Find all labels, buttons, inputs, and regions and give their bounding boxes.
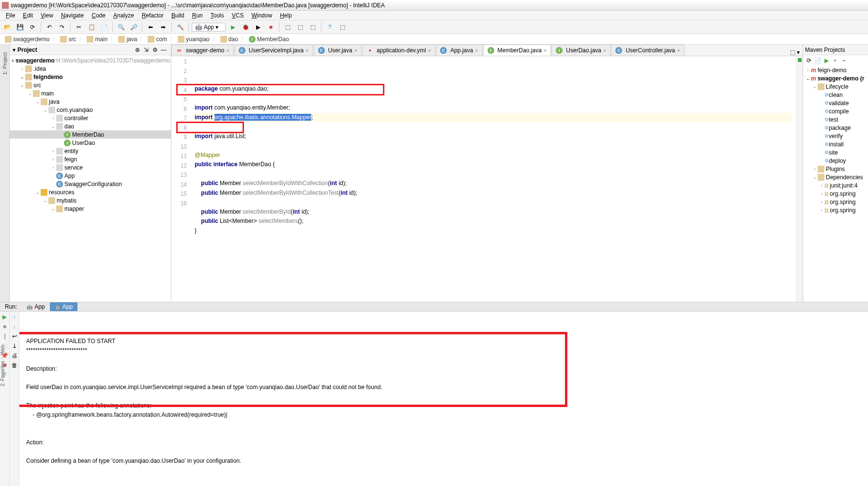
run-down-icon[interactable]: ↓ (13, 323, 16, 330)
save-btn[interactable]: 💾 (15, 22, 25, 32)
tree-src[interactable]: ⌄src (10, 81, 171, 89)
maven-compile[interactable]: ⚙ compile (803, 107, 868, 115)
tree-feigndemo[interactable]: ⌄feigndemo (10, 73, 171, 81)
close-icon[interactable]: × (544, 47, 547, 53)
menu-vcs[interactable]: VCS (228, 11, 248, 20)
menu-analyze[interactable]: Analyze (109, 11, 138, 20)
breadcrumb-swaggerdemo[interactable]: swaggerdemo (2, 36, 52, 43)
maven-deploy[interactable]: ⚙ deploy (803, 157, 868, 165)
menu-tools[interactable]: Tools (207, 11, 228, 20)
run-tab-app[interactable]: 🤖App (50, 302, 77, 311)
refresh-btn[interactable]: ⟳ (27, 22, 38, 32)
run-trash-icon[interactable]: 🗑 (12, 362, 17, 369)
close-icon[interactable]: × (354, 47, 357, 53)
forward-btn[interactable]: ➡ (158, 22, 168, 32)
maven-clean[interactable]: ⚙ clean (803, 91, 868, 99)
maven-feign-demo[interactable]: ›m feign-demo (803, 66, 868, 74)
project-arrow-icon[interactable]: ▾ (13, 47, 15, 53)
maven-org.spring[interactable]: ›∥∥ org.spring (803, 189, 868, 198)
tab-user-java[interactable]: CUser.java× (314, 45, 362, 56)
console-output[interactable]: APPLICATION FAILED TO START*************… (19, 312, 868, 486)
breadcrumb-yuanqiao[interactable]: yuanqiao (175, 36, 213, 43)
run-print-icon[interactable]: 🖨 (12, 352, 17, 359)
tree-main[interactable]: ⌄main (10, 89, 171, 97)
replace-btn[interactable]: 🔎 (128, 22, 139, 32)
project-hide-icon[interactable]: — (159, 46, 168, 54)
project-gear-icon[interactable]: ⚙ (151, 46, 159, 54)
tab-app-java[interactable]: CApp.java× (436, 45, 482, 56)
breadcrumb-dao[interactable]: dao (217, 36, 241, 43)
maven-site[interactable]: ⚙ site (803, 148, 868, 157)
maven-reimport-icon[interactable]: ⟳ (805, 57, 813, 64)
run-config-combo[interactable]: 🤖 App ▾ (192, 23, 226, 31)
tree-memberdao[interactable]: IMemberDao (10, 130, 171, 139)
build-btn[interactable]: 🔨 (175, 22, 185, 32)
redo-btn[interactable]: ↷ (57, 22, 67, 32)
tab-memberdao-java[interactable]: IMemberDao.java× (483, 45, 551, 56)
menu-code[interactable]: Code (88, 11, 109, 20)
maven-plugins[interactable]: › Plugins (803, 165, 868, 173)
tree-java[interactable]: ⌄java (10, 97, 171, 106)
run-up-icon[interactable]: ↑ (13, 314, 16, 320)
run-wrap-icon[interactable]: ↩ (12, 333, 17, 340)
run-scroll-icon[interactable]: ⤓ (12, 343, 17, 349)
tool-c[interactable]: ⬚ (307, 22, 318, 32)
maven-junit-junit-4[interactable]: ›∥∥ junit:junit:4 (803, 181, 868, 189)
maven-validate[interactable]: ⚙ validate (803, 99, 868, 107)
undo-btn[interactable]: ↶ (44, 22, 55, 32)
tree-resources[interactable]: ⌄resources (10, 188, 171, 196)
menu-file[interactable]: File (2, 11, 19, 20)
menu-run[interactable]: Run (188, 11, 207, 20)
maven-add-icon[interactable]: + (831, 57, 839, 64)
close-icon[interactable]: × (226, 47, 229, 53)
menu-navigate[interactable]: Navigate (57, 11, 88, 20)
project-target-icon[interactable]: ⊕ (133, 46, 142, 54)
breadcrumb-main[interactable]: main (84, 36, 110, 43)
tab-usercontroller-java[interactable]: CUserController.java× (611, 45, 684, 56)
tree-dao[interactable]: ⌄dao (10, 122, 171, 130)
tree-service[interactable]: ›service (10, 163, 171, 172)
tab-userserviceimpl-java[interactable]: CUserServiceImpl.java× (234, 45, 313, 56)
maven-swagger-demo-(r[interactable]: ⌄m swagger-demo (r (803, 74, 868, 82)
paste-btn[interactable]: 📄 (99, 22, 109, 32)
maven-dependencies[interactable]: ⌄ Dependencies (803, 173, 868, 181)
close-icon[interactable]: × (305, 47, 308, 53)
run-btn[interactable]: ▶ (228, 22, 238, 32)
tool-a[interactable]: ⬚ (282, 22, 293, 32)
project-collapse-icon[interactable]: ⇲ (142, 46, 151, 54)
tool-b[interactable]: ⬚ (295, 22, 305, 32)
maven-org.spring[interactable]: ›∥∥ org.spring (803, 206, 868, 214)
stop-btn[interactable]: ■ (265, 22, 276, 32)
tool-d[interactable]: ⬚ (337, 22, 348, 32)
coverage-btn[interactable]: ▶ (253, 22, 263, 32)
tab-userdao-java[interactable]: IUserDao.java× (551, 45, 610, 56)
close-icon[interactable]: × (603, 47, 606, 53)
tree-mapper[interactable]: ⌄mapper (10, 204, 171, 213)
tree-feign[interactable]: ›feign (10, 155, 171, 163)
maven-minus-icon[interactable]: − (840, 57, 848, 64)
menu-view[interactable]: View (37, 11, 57, 20)
run-rerun-icon[interactable]: ▶ (2, 314, 7, 320)
tree-app[interactable]: CApp (10, 172, 171, 180)
project-root[interactable]: v swaggerdemo H:\WorkSpace\idea20170307\… (10, 56, 171, 64)
close-icon[interactable]: × (428, 47, 431, 53)
maven-verify[interactable]: ⚙ verify (803, 132, 868, 140)
tree-entity[interactable]: ›entity (10, 147, 171, 155)
debug-btn[interactable]: 🐞 (240, 22, 251, 32)
tree--idea[interactable]: ›.idea (10, 64, 171, 73)
close-icon[interactable]: × (677, 47, 680, 53)
tab-application-dev-yml[interactable]: ●application-dev.yml× (362, 45, 435, 56)
maven-install[interactable]: ⚙ install (803, 140, 868, 148)
menu-help[interactable]: Help (276, 11, 296, 20)
rail-web[interactable]: Web (0, 342, 5, 358)
maven-doc-icon[interactable]: 📄 (814, 57, 822, 64)
close-icon[interactable]: × (475, 47, 478, 53)
maven-org.spring[interactable]: ›∥∥ org.spring (803, 198, 868, 206)
maven-test[interactable]: ⚙ test (803, 115, 868, 124)
more-tabs-icon[interactable]: ⬚ ▾ (787, 49, 803, 56)
tree-swaggerconfiguration[interactable]: CSwaggerConfiguration (10, 180, 171, 188)
tree-userdao[interactable]: IUserDao (10, 139, 171, 147)
copy-btn[interactable]: 📋 (86, 22, 97, 32)
tree-controller[interactable]: ›controller (10, 114, 171, 122)
rail-project[interactable]: 1: Project (2, 49, 8, 78)
